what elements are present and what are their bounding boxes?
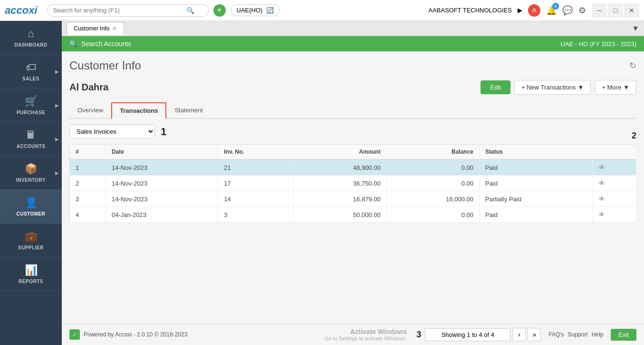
content-area: Customer Info ✕ ▼ 🔍 Search Accounts UAE … — [62, 21, 644, 345]
help-link[interactable]: Help — [592, 331, 604, 338]
cell-inv-no: 3 — [218, 207, 294, 223]
tab-statement-label: Statement — [174, 107, 202, 114]
cell-num: 4 — [70, 207, 106, 223]
last-page-button[interactable]: » — [528, 328, 541, 341]
sub-tabs: Overview Transactions Statement — [69, 102, 636, 119]
sidebar-item-purchase[interactable]: 🛒 PURCHASE ▶ — [0, 89, 62, 122]
cell-amount: 36,750.00 — [294, 176, 386, 191]
table-header: # Date Inv. No. Amount Balance Status — [70, 145, 636, 160]
sidebar-item-reports[interactable]: 📊 REPORTS — [0, 257, 62, 291]
search-icon[interactable]: 🔍 — [186, 7, 194, 14]
table-row[interactable]: 2 14-Nov-2023 17 36,750.00 0.00 Paid 👁 — [70, 176, 636, 191]
tab-close-icon[interactable]: ✕ — [112, 25, 117, 32]
maximize-button[interactable]: □ — [608, 3, 623, 18]
exit-button[interactable]: Exit — [611, 329, 636, 341]
sidebar-item-customer[interactable]: 👤 CUSTOMER — [0, 190, 62, 224]
close-button[interactable]: ✕ — [624, 3, 639, 18]
search-bar-container: 🔍 — [47, 4, 209, 17]
sidebar-item-supplier[interactable]: 💼 SUPPLIER — [0, 224, 62, 257]
filter-row: Sales Invoices Receipts Credit Notes Deb… — [69, 125, 636, 138]
win-activate-text: Activate Windows — [325, 328, 407, 335]
customer-name: Al Dahra — [69, 82, 108, 93]
sidebar-item-label: INVENTORY — [16, 177, 46, 183]
customer-icon: 👤 — [25, 197, 38, 209]
accounts-icon: 🖩 — [26, 129, 36, 141]
search-input[interactable] — [53, 7, 186, 14]
tab-transactions[interactable]: Transactions — [111, 102, 166, 119]
top-bar: accoxi 🔍 + UAE(HO) 🔄 AABASOFT TECHNOLOGI… — [0, 0, 644, 21]
faq-link[interactable]: FAQ's — [548, 331, 564, 338]
new-transactions-dropdown-icon: ▼ — [577, 84, 584, 91]
cell-inv-no: 21 — [218, 159, 294, 176]
tab-customer-info[interactable]: Customer Info ✕ — [67, 22, 124, 35]
next-page-button[interactable]: › — [512, 328, 526, 341]
tab-label: Customer Info — [74, 25, 109, 32]
table-row[interactable]: 3 14-Nov-2023 14 16,879.00 16,000.00 Par… — [70, 191, 636, 207]
settings-icon[interactable]: ⚙ — [578, 5, 586, 16]
page-title-row: Customer Info ↻ — [69, 59, 636, 72]
cell-date: 14-Nov-2023 — [106, 191, 218, 207]
page-title: Customer Info — [69, 59, 141, 72]
chevron-right-icon: ▶ — [55, 170, 59, 176]
cell-status: Paid — [480, 159, 593, 176]
search-accounts-icon: 🔍 — [69, 40, 77, 48]
page-footer: ✓ Powered by Accoxi - 2.0.10 © 2018-2023… — [62, 324, 644, 345]
company-code: UAE(HO) — [237, 7, 263, 14]
chevron-right-icon: ▶ — [55, 137, 59, 142]
view-icon[interactable]: 👁 — [598, 195, 605, 203]
cell-balance: 16,000.00 — [386, 191, 479, 207]
user-avatar[interactable]: A — [528, 4, 540, 17]
sidebar-item-dashboard[interactable]: ⌂ DASHBOARD — [0, 21, 62, 55]
notifications-icon[interactable]: 🔔 8 — [546, 5, 557, 16]
invoice-type-select[interactable]: Sales Invoices Receipts Credit Notes Deb… — [69, 125, 155, 138]
table-row[interactable]: 4 04-Jan-2023 3 50,000.00 0.00 Paid 👁 — [70, 207, 636, 223]
minimize-button[interactable]: ─ — [592, 3, 607, 18]
step-1-label: 1 — [161, 126, 166, 138]
company-selector[interactable]: UAE(HO) 🔄 — [231, 4, 280, 16]
footer-brand: ✓ Powered by Accoxi - 2.0.10 © 2018-2023 — [69, 329, 187, 340]
view-icon[interactable]: 👁 — [598, 179, 605, 187]
add-button[interactable]: + — [213, 4, 226, 17]
cell-balance: 0.00 — [386, 207, 479, 223]
cell-balance: 0.00 — [386, 159, 479, 176]
header-actions: Edit + New Transactions ▼ + More ▼ — [481, 80, 636, 95]
cell-amount: 48,900.00 — [294, 159, 386, 176]
col-date: Date — [106, 145, 218, 160]
search-accounts-btn[interactable]: 🔍 Search Accounts — [69, 40, 131, 48]
sidebar-item-inventory[interactable]: 📦 INVENTORY ▶ — [0, 156, 62, 190]
sidebar-item-sales[interactable]: 🏷 SALES ▶ — [0, 55, 62, 89]
support-link[interactable]: Support — [568, 331, 588, 338]
tab-overview[interactable]: Overview — [69, 102, 111, 118]
cell-num: 1 — [70, 159, 106, 176]
edit-button[interactable]: Edit — [481, 80, 510, 94]
tab-dropdown-icon[interactable]: ▼ — [632, 24, 639, 33]
sidebar: ⌂ DASHBOARD 🏷 SALES ▶ 🛒 PURCHASE ▶ 🖩 ACC… — [0, 21, 62, 345]
table-row[interactable]: 1 14-Nov-2023 21 48,900.00 0.00 Paid 👁 — [70, 159, 636, 176]
table-container: 2 # Date Inv. No. Amount Balance Status — [69, 144, 636, 223]
cell-action[interactable]: 👁 — [592, 159, 636, 176]
transactions-table: # Date Inv. No. Amount Balance Status 1 — [69, 144, 636, 223]
new-transactions-label: + New Transactions — [521, 84, 576, 91]
cell-action[interactable]: 👁 — [592, 176, 636, 191]
refresh-icon[interactable]: ↻ — [629, 60, 636, 71]
view-icon[interactable]: 👁 — [598, 164, 605, 171]
cell-action[interactable]: 👁 — [592, 191, 636, 207]
window-controls: ─ □ ✕ — [592, 3, 639, 18]
view-icon[interactable]: 👁 — [598, 211, 605, 218]
win-activate-sub: Go to Settings to activate Windows. — [325, 335, 407, 341]
tab-transactions-label: Transactions — [120, 107, 158, 114]
col-num: # — [70, 145, 106, 160]
sidebar-item-label: SALES — [22, 76, 39, 81]
footer-right: Activate Windows Go to Settings to activ… — [325, 328, 636, 341]
cell-amount: 16,879.00 — [294, 191, 386, 207]
new-transactions-button[interactable]: + New Transactions ▼ — [514, 80, 591, 95]
messages-icon[interactable]: 💬 — [562, 5, 573, 16]
dashboard-icon: ⌂ — [28, 28, 34, 40]
more-button[interactable]: + More ▼ — [595, 80, 636, 95]
cell-action[interactable]: 👁 — [592, 207, 636, 223]
col-balance: Balance — [386, 145, 479, 160]
tab-statement[interactable]: Statement — [166, 102, 211, 118]
cell-num: 3 — [70, 191, 106, 207]
cell-amount: 50,000.00 — [294, 207, 386, 223]
sidebar-item-accounts[interactable]: 🖩 ACCOUNTS ▶ — [0, 122, 62, 156]
